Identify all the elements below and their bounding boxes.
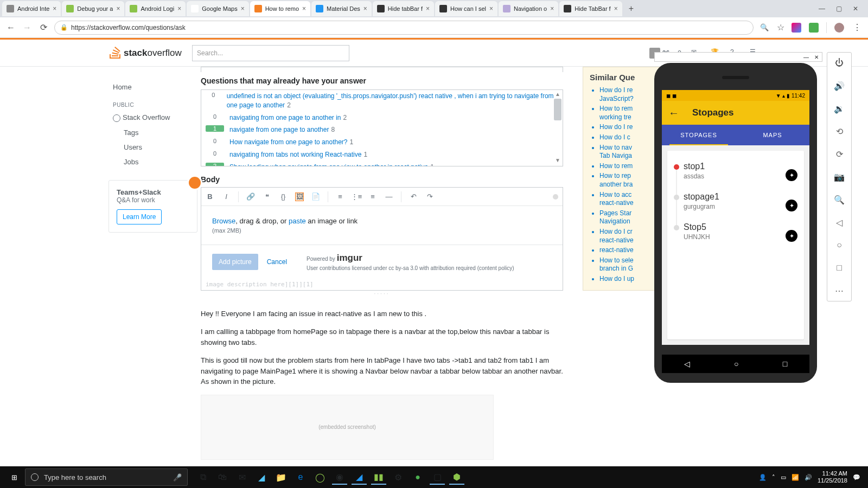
suggestion-link[interactable]: undefined is not an object (evaluating '… <box>227 92 554 109</box>
browser-tab[interactable]: Android Inte× <box>2 1 61 16</box>
volume-down-icon[interactable]: 🔉 <box>833 102 845 114</box>
add-picture-button[interactable]: Add picture <box>212 254 258 270</box>
nav-stackoverflow[interactable]: Stack Overflow <box>108 110 192 125</box>
extension-icon[interactable] <box>792 23 801 33</box>
image-upload-area[interactable]: Browse, drag & drop, or paste an image o… <box>201 206 563 245</box>
help-icon[interactable] <box>553 194 558 200</box>
close-icon[interactable]: × <box>302 5 306 12</box>
close-icon[interactable]: × <box>363 5 367 12</box>
explorer-icon[interactable]: 📁 <box>273 470 289 485</box>
new-tab-button[interactable]: + <box>623 4 639 14</box>
scroll-up-icon[interactable]: ▲ <box>554 91 561 99</box>
bookmark-icon[interactable]: ☆ <box>775 22 786 33</box>
maximize-icon[interactable]: ▢ <box>836 5 842 12</box>
vscode-icon[interactable]: ◢ <box>352 470 367 485</box>
similar-link[interactable]: react-native <box>599 246 634 254</box>
similar-link[interactable]: How to sele <box>599 256 634 264</box>
compass-icon[interactable]: ✦ <box>786 230 797 242</box>
undo-icon[interactable]: ↶ <box>409 192 418 201</box>
overview-icon[interactable]: □ <box>833 262 845 274</box>
stop-row[interactable]: stop1assdas ✦ <box>674 156 797 187</box>
app-icon[interactable]: ▮▮ <box>371 470 386 485</box>
browser-tab[interactable]: Debug your a× <box>62 1 124 16</box>
chrome-icon[interactable]: ◉ <box>332 470 347 485</box>
emulator-icon[interactable]: ⬢ <box>449 470 464 485</box>
browser-tab[interactable]: Google Maps× <box>187 1 248 16</box>
mail-icon[interactable]: ✉ <box>234 470 250 485</box>
browser-tab[interactable]: Material Des× <box>311 1 372 16</box>
browser-tab[interactable]: Android Logi× <box>125 1 186 16</box>
nav-home[interactable]: Home <box>108 80 192 94</box>
power-icon[interactable]: ⏻ <box>833 57 845 69</box>
olist-icon[interactable]: ≡ <box>336 192 344 201</box>
similar-link[interactable]: How do I up <box>599 275 634 282</box>
close-icon[interactable]: × <box>489 5 493 12</box>
browse-link[interactable]: Browse <box>212 217 235 225</box>
reload-button[interactable]: ⟳ <box>38 22 49 33</box>
quote-icon[interactable]: ❝ <box>263 192 271 201</box>
forward-button[interactable]: → <box>22 22 33 33</box>
app-icon[interactable]: ● <box>410 470 425 485</box>
volume-icon[interactable]: 🔊 <box>805 474 812 481</box>
editor-textarea-preview[interactable]: image description here][1]][1] <box>201 279 563 290</box>
suggestion-link[interactable]: navigating from one page to another in <box>229 114 341 121</box>
app-icon[interactable]: ◢ <box>254 470 269 485</box>
similar-link[interactable]: How do I re <box>599 123 633 131</box>
profile-avatar[interactable] <box>834 23 844 33</box>
suggestion-link[interactable]: navigate from one page to another <box>229 126 329 133</box>
zoom-icon[interactable]: 🔍 <box>833 194 845 206</box>
compass-icon[interactable]: ✦ <box>786 200 797 211</box>
browser-tab[interactable]: Hide TabBar f× <box>559 1 622 16</box>
similar-link[interactable]: Pages Star <box>599 209 631 217</box>
close-icon[interactable]: ✕ <box>853 5 858 12</box>
similar-link[interactable]: How do I cr <box>599 228 633 235</box>
close-icon[interactable]: × <box>241 5 245 12</box>
stop-row[interactable]: stopage1gurgugram ✦ <box>674 187 797 217</box>
home-key[interactable]: ○ <box>734 359 738 368</box>
close-icon[interactable]: × <box>550 5 554 12</box>
battery-icon[interactable]: ▭ <box>781 474 786 481</box>
browser-tab-active[interactable]: How to remo× <box>250 1 310 16</box>
paste-link[interactable]: paste <box>289 217 306 225</box>
back-button[interactable]: ← <box>5 22 16 33</box>
suggestion-link[interactable]: How navigate from one page to another? <box>229 138 347 146</box>
start-button[interactable]: ⊞ <box>3 466 25 488</box>
snippet-icon[interactable]: 📄 <box>311 192 320 201</box>
code-icon[interactable]: {} <box>279 192 288 201</box>
camera-icon[interactable]: 📷 <box>833 171 845 183</box>
more-icon[interactable]: ⋯ <box>833 285 845 297</box>
bold-icon[interactable]: B <box>206 192 214 201</box>
close-icon[interactable]: × <box>426 5 430 12</box>
stop-row[interactable]: Stop5UHNJKH ✦ <box>674 217 797 247</box>
android-studio-icon[interactable]: ◯ <box>312 470 328 485</box>
url-input[interactable]: 🔒 https://stackoverflow.com/questions/as… <box>54 21 754 35</box>
minimize-icon[interactable]: — <box>819 5 825 12</box>
link-icon[interactable]: 🔗 <box>246 192 255 201</box>
suggestion-link[interactable]: Show loading when navigate from one view… <box>229 163 428 166</box>
minimize-icon[interactable]: — <box>803 54 809 60</box>
recents-key[interactable]: □ <box>783 359 787 368</box>
close-icon[interactable]: × <box>177 5 181 12</box>
resize-handle[interactable]: ∙∙∙∙∙ <box>201 291 563 297</box>
taskbar-clock[interactable]: 11:42 AM 11/25/2018 <box>818 470 847 484</box>
close-icon[interactable]: × <box>116 5 120 12</box>
learn-more-button[interactable]: Learn More <box>117 209 162 224</box>
volume-up-icon[interactable]: 🔊 <box>833 80 845 92</box>
back-icon[interactable]: ◁ <box>833 216 845 228</box>
wifi-icon[interactable]: 📶 <box>792 474 799 481</box>
taskview-icon[interactable]: ⧉ <box>195 470 210 485</box>
browser-tab[interactable]: Navigation o× <box>499 1 558 16</box>
image-icon[interactable]: 🖼 <box>295 192 304 201</box>
ulist-icon[interactable]: ⋮≡ <box>352 192 361 201</box>
close-icon[interactable]: × <box>53 5 56 12</box>
similar-link[interactable]: How to nav <box>599 144 632 151</box>
edge-icon[interactable]: e <box>293 470 308 485</box>
back-icon[interactable]: ← <box>668 107 679 119</box>
close-icon[interactable]: ✕ <box>814 54 819 60</box>
browser-tab[interactable]: Hide tabBar f× <box>373 1 434 16</box>
browser-tab[interactable]: How can I sel× <box>435 1 497 16</box>
heading-icon[interactable]: ≡ <box>368 192 377 201</box>
extension-icon[interactable] <box>809 23 819 33</box>
cancel-link[interactable]: Cancel <box>267 258 287 266</box>
notifications-icon[interactable]: 💬 <box>853 474 860 481</box>
